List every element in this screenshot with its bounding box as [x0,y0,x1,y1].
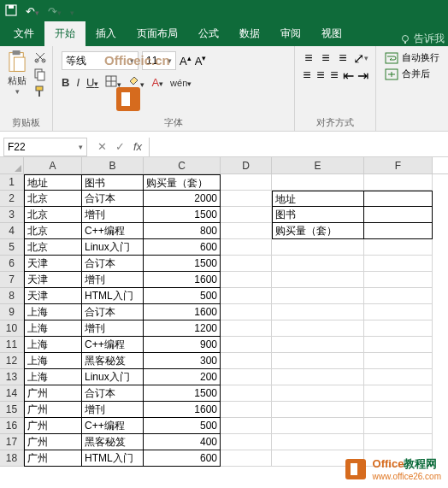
cell[interactable]: 1600 [144,304,221,320]
tab-file[interactable]: 文件 [3,21,44,46]
merge-button[interactable]: 合并后 [385,68,439,80]
cell[interactable] [364,434,433,450]
cell[interactable]: 天津 [24,256,82,272]
cell[interactable]: 合订本 [82,304,144,320]
bold-button[interactable]: B [62,76,69,89]
row-header[interactable]: 1 [0,174,24,191]
cell[interactable] [221,450,272,467]
cell[interactable]: Linux入门 [82,239,144,256]
cell[interactable] [221,434,272,450]
cell[interactable] [272,369,364,385]
formula-input[interactable] [149,138,448,156]
cell[interactable]: 北京 [24,239,82,256]
font-name-select[interactable]: 等线▾ [62,51,139,70]
cell[interactable] [364,223,433,239]
row-header[interactable]: 12 [0,353,24,369]
cell[interactable] [221,288,272,304]
redo-icon[interactable]: ↷▾ [48,5,62,18]
align-center-icon[interactable]: ≡ [315,68,326,82]
increase-font-icon[interactable]: A▴ [180,54,192,68]
italic-button[interactable]: I [76,76,80,89]
cell[interactable] [272,434,364,450]
cell[interactable] [364,272,433,288]
cut-icon[interactable] [32,50,48,65]
cell[interactable] [364,337,433,353]
cell[interactable]: 600 [144,450,221,467]
row-header[interactable]: 6 [0,256,24,272]
row-header[interactable]: 18 [0,450,24,467]
cell[interactable]: 北京 [24,191,82,207]
cell[interactable]: HTML入门 [82,450,144,467]
cell[interactable]: 北京 [24,223,82,239]
cell[interactable] [272,418,364,434]
row-header[interactable]: 7 [0,272,24,288]
cell[interactable]: 500 [144,418,221,434]
cell[interactable]: 1200 [144,320,221,337]
row-header[interactable]: 11 [0,337,24,353]
cell[interactable] [272,239,364,256]
cell[interactable] [364,385,433,402]
row-header[interactable]: 10 [0,320,24,337]
cell[interactable]: 黑客秘笈 [82,353,144,369]
cell[interactable]: 400 [144,434,221,450]
cell[interactable]: 1500 [144,385,221,402]
col-header-f[interactable]: F [364,157,433,173]
col-header-b[interactable]: B [82,157,144,173]
cell[interactable] [272,402,364,418]
cell[interactable]: 合订本 [82,256,144,272]
cell[interactable]: 天津 [24,272,82,288]
cell[interactable]: 800 [144,223,221,239]
row-header[interactable]: 17 [0,434,24,450]
cell[interactable] [364,369,433,385]
cell[interactable] [364,191,433,207]
cell[interactable]: 上海 [24,337,82,353]
cell[interactable] [272,272,364,288]
font-size-select[interactable]: 11▾ [142,51,176,70]
tab-data[interactable]: 数据 [229,21,270,46]
cell[interactable]: 1600 [144,402,221,418]
row-header[interactable]: 2 [0,191,24,207]
cell[interactable] [221,256,272,272]
tab-formula[interactable]: 公式 [188,21,229,46]
tab-review[interactable]: 审阅 [270,21,311,46]
undo-icon[interactable]: ↶▾ [26,5,39,18]
cell[interactable]: 图书 [272,207,364,223]
cell[interactable] [221,337,272,353]
cell[interactable] [272,288,364,304]
save-icon[interactable] [5,4,17,19]
row-header[interactable]: 8 [0,288,24,304]
cell[interactable] [364,304,433,320]
cell[interactable]: C++编程 [82,337,144,353]
fx-icon[interactable]: fx [133,140,142,153]
indent-decrease-icon[interactable]: ⇤ [343,68,354,82]
cell[interactable] [221,385,272,402]
cell[interactable] [272,353,364,369]
row-header[interactable]: 3 [0,207,24,223]
cell[interactable]: 1600 [144,272,221,288]
cell[interactable]: 黑客秘笈 [82,434,144,450]
col-header-a[interactable]: A [24,157,82,173]
cell[interactable] [364,402,433,418]
cell[interactable] [221,207,272,223]
cell[interactable] [272,304,364,320]
cell[interactable] [221,174,272,191]
cell[interactable] [364,256,433,272]
cell[interactable]: 广州 [24,434,82,450]
font-color-button[interactable]: A▾ [151,76,163,89]
cell[interactable]: 广州 [24,385,82,402]
cell[interactable]: 上海 [24,320,82,337]
tell-me[interactable]: 告诉我 [400,32,448,46]
row-header[interactable]: 13 [0,369,24,385]
select-all-corner[interactable] [0,157,24,174]
cell[interactable]: C++编程 [82,223,144,239]
cell[interactable] [221,353,272,369]
cell[interactable]: 地址 [24,174,82,191]
cell[interactable] [221,369,272,385]
cell[interactable] [221,223,272,239]
cell[interactable]: 购买量（套） [144,174,221,191]
cell[interactable]: 900 [144,337,221,353]
cell[interactable]: 上海 [24,369,82,385]
cell[interactable]: 地址 [272,191,364,207]
cell[interactable] [272,256,364,272]
align-bottom-icon[interactable]: ≡ [336,51,350,65]
